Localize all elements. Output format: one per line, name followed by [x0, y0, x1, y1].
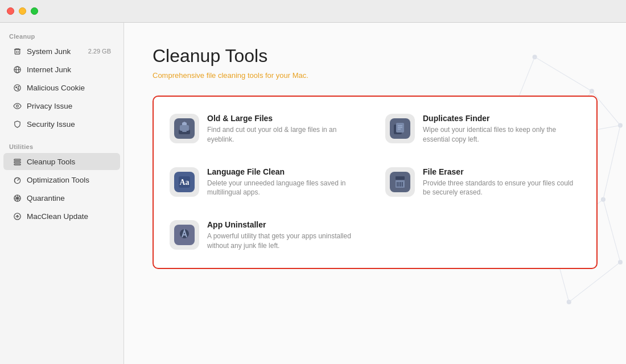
wrench-icon	[13, 157, 22, 166]
svg-point-8	[17, 88, 18, 89]
traffic-lights	[7, 7, 38, 15]
globe-icon	[13, 65, 22, 74]
svg-rect-48	[180, 125, 189, 131]
sidebar-item-label: Malicious Cookie	[27, 84, 111, 92]
sidebar-item-label: Privacy Issue	[27, 102, 111, 110]
sidebar-item-label: Security Issue	[27, 120, 111, 129]
old-large-files-info: Old & Large Files Find and cut out your …	[207, 114, 365, 144]
svg-point-7	[15, 86, 17, 88]
sidebar-item-label: MacClean Update	[27, 212, 111, 221]
page-title: Cleanup Tools	[153, 46, 598, 67]
file-eraser-name: File Eraser	[423, 167, 580, 176]
svg-rect-11	[14, 159, 20, 160]
sidebar-item-label: Cleanup Tools	[27, 158, 111, 166]
duplicates-finder-info: Duplicates Finder Wipe out your identica…	[423, 114, 580, 144]
sidebar-item-internet-junk[interactable]: Internet Junk	[3, 61, 120, 78]
language-file-clean-name: Language File Clean	[207, 167, 365, 176]
old-large-files-desc: Find and cut out your old & large files …	[207, 125, 365, 144]
tool-app-uninstaller[interactable]: App Uninstaller A powerful utility that …	[159, 209, 375, 262]
eye-icon	[13, 101, 22, 110]
sidebar-item-optimization-tools[interactable]: Optimization Tools	[3, 171, 120, 188]
svg-point-32	[567, 300, 571, 304]
minimize-button[interactable]	[19, 7, 26, 15]
cookie-icon	[13, 83, 22, 92]
duplicates-finder-name: Duplicates Finder	[423, 114, 580, 123]
old-large-files-icon	[170, 114, 199, 143]
svg-point-10	[16, 105, 18, 107]
sidebar-item-quarantine[interactable]: Quarantine	[3, 189, 120, 206]
maximize-button[interactable]	[31, 7, 38, 15]
svg-rect-12	[14, 162, 20, 163]
content-area: Cleanup Tools Comprehensive file cleanin…	[124, 23, 626, 292]
sidebar-item-system-junk[interactable]: System Junk 2.29 GB	[3, 43, 120, 60]
svg-rect-13	[14, 164, 20, 165]
tool-language-file-clean[interactable]: Aa Language File Clean Delete your unnee…	[159, 156, 375, 209]
svg-line-15	[17, 179, 19, 180]
file-eraser-desc: Provide three standards to ensure your f…	[423, 179, 580, 198]
language-file-clean-desc: Delete your unneeded language files save…	[207, 179, 365, 198]
svg-rect-61	[396, 176, 405, 180]
tools-grid: Old & Large Files Find and cut out your …	[153, 96, 598, 269]
file-eraser-info: File Eraser Provide three standards to e…	[423, 167, 580, 198]
svg-point-9	[18, 86, 18, 86]
sidebar-item-label: Quarantine	[27, 194, 111, 202]
app-uninstaller-info: App Uninstaller A powerful utility that …	[207, 220, 365, 251]
shield-icon	[13, 119, 22, 129]
main-content: Cleanup Tools Comprehensive file cleanin…	[124, 23, 626, 364]
app-uninstaller-icon	[170, 220, 199, 250]
titlebar	[0, 0, 626, 23]
tool-duplicates-finder[interactable]: Duplicates Finder Wipe out your identica…	[375, 102, 591, 156]
sidebar-item-malicious-cookie[interactable]: Malicious Cookie	[3, 79, 120, 96]
cleanup-section-label: Cleanup	[0, 28, 123, 42]
page-subtitle: Comprehensive file cleaning tools for yo…	[153, 71, 598, 80]
sidebar: Cleanup System Junk 2.29 GB Internet	[0, 23, 124, 364]
arrow-up-icon	[13, 212, 22, 221]
sidebar-item-label: Optimization Tools	[27, 176, 111, 184]
duplicates-finder-icon	[385, 114, 415, 143]
app-body: Cleanup System Junk 2.29 GB Internet	[0, 23, 626, 364]
svg-rect-50	[182, 131, 187, 132]
svg-rect-0	[15, 49, 19, 53]
language-file-clean-icon: Aa	[170, 167, 199, 197]
sidebar-item-security-issue[interactable]: Security Issue	[3, 115, 120, 133]
file-eraser-icon	[385, 167, 415, 197]
sidebar-item-cleanup-tools[interactable]: Cleanup Tools	[3, 153, 120, 170]
system-junk-badge: 2.29 GB	[88, 48, 111, 55]
language-file-clean-info: Language File Clean Delete your unneeded…	[207, 167, 365, 198]
tool-old-large-files[interactable]: Old & Large Files Find and cut out your …	[159, 102, 375, 156]
sidebar-item-macclean-update[interactable]: MacClean Update	[3, 208, 120, 225]
app-uninstaller-desc: A powerful utility that gets your apps u…	[207, 231, 365, 251]
quarantine-icon	[13, 193, 22, 202]
sidebar-item-label: System Junk	[27, 47, 83, 56]
gauge-icon	[13, 175, 22, 184]
utilities-section-label: Utilities	[0, 139, 123, 152]
duplicates-finder-desc: Wipe out your identical files to keep on…	[423, 125, 580, 144]
close-button[interactable]	[7, 7, 14, 15]
app-uninstaller-name: App Uninstaller	[207, 220, 365, 229]
svg-text:Aa: Aa	[179, 178, 189, 187]
sidebar-item-privacy-issue[interactable]: Privacy Issue	[3, 97, 120, 114]
trash-icon	[13, 47, 22, 56]
sidebar-item-label: Internet Junk	[27, 65, 111, 74]
old-large-files-name: Old & Large Files	[207, 114, 365, 123]
tool-file-eraser[interactable]: File Eraser Provide three standards to e…	[375, 156, 591, 209]
svg-point-6	[14, 84, 20, 90]
